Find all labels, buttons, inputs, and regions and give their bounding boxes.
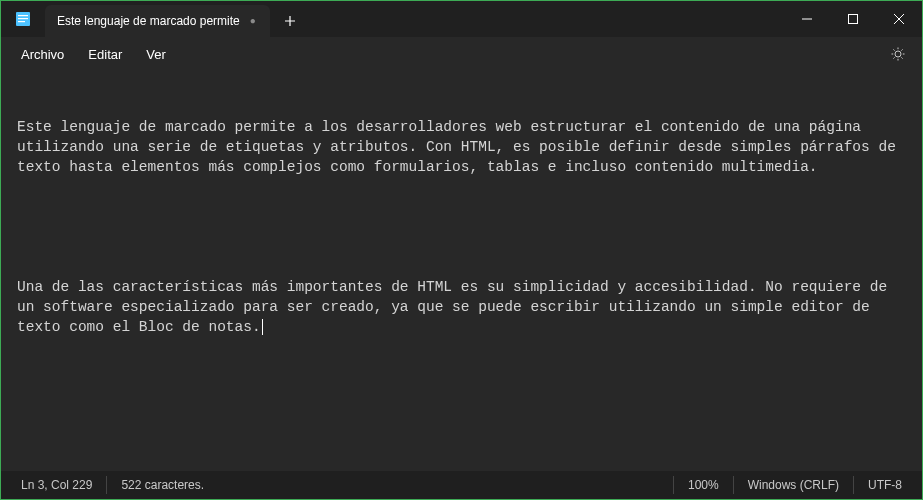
minimize-button[interactable] xyxy=(784,1,830,37)
minimize-icon xyxy=(802,14,812,24)
settings-button[interactable] xyxy=(882,38,914,70)
menu-edit[interactable]: Editar xyxy=(76,43,134,66)
unsaved-indicator-icon: ● xyxy=(250,17,258,25)
maximize-icon xyxy=(848,14,858,24)
gear-icon xyxy=(890,46,906,62)
window-controls xyxy=(784,1,922,37)
svg-rect-4 xyxy=(849,15,858,24)
svg-rect-1 xyxy=(18,15,28,16)
tab-title: Este lenguaje de marcado permite xyxy=(57,14,240,28)
editor-paragraph-2: Una de las características más important… xyxy=(17,279,896,335)
status-bar: Ln 3, Col 229 522 caracteres. 100% Windo… xyxy=(1,471,922,499)
zoom-level[interactable]: 100% xyxy=(673,476,733,494)
cursor-position[interactable]: Ln 3, Col 229 xyxy=(7,476,106,494)
menu-bar: Archivo Editar Ver xyxy=(1,37,922,71)
menu-file[interactable]: Archivo xyxy=(9,43,76,66)
line-ending[interactable]: Windows (CRLF) xyxy=(733,476,853,494)
title-bar: Este lenguaje de marcado permite ● xyxy=(1,1,922,37)
text-cursor xyxy=(262,319,263,335)
character-count: 522 caracteres. xyxy=(106,476,218,494)
menu-view[interactable]: Ver xyxy=(134,43,178,66)
close-button[interactable] xyxy=(876,1,922,37)
svg-rect-2 xyxy=(18,18,28,19)
maximize-button[interactable] xyxy=(830,1,876,37)
titlebar-drag-area[interactable] xyxy=(310,1,784,37)
encoding[interactable]: UTF-8 xyxy=(853,476,916,494)
svg-rect-3 xyxy=(18,21,25,22)
document-tab[interactable]: Este lenguaje de marcado permite ● xyxy=(45,5,270,37)
editor-paragraph-1: Este lenguaje de marcado permite a los d… xyxy=(17,119,905,175)
plus-icon xyxy=(284,15,296,27)
close-icon xyxy=(894,14,904,24)
notepad-icon xyxy=(14,10,32,28)
text-editor[interactable]: Este lenguaje de marcado permite a los d… xyxy=(1,71,922,471)
app-icon xyxy=(1,1,45,37)
new-tab-button[interactable] xyxy=(270,5,310,37)
